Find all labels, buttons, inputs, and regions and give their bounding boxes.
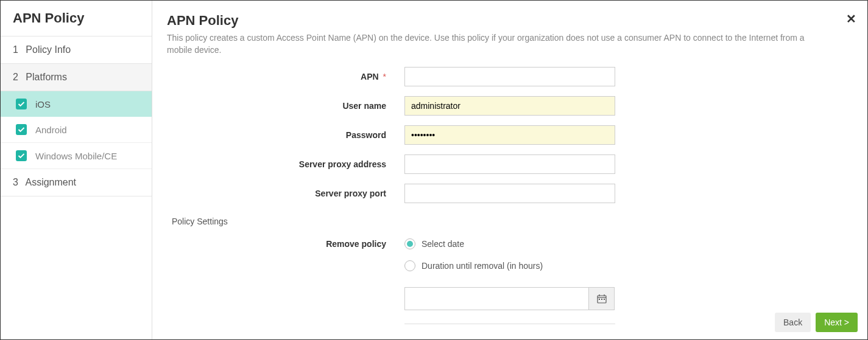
date-input[interactable] <box>404 287 589 310</box>
calendar-icon <box>597 294 607 304</box>
app-container: APN Policy 1 Policy Info 2 Platforms iOS… <box>0 0 868 340</box>
close-icon[interactable]: ✕ <box>846 12 856 26</box>
svg-rect-6 <box>604 299 605 300</box>
row-proxy-port: Server proxy port <box>167 184 853 203</box>
row-username: User name <box>167 96 853 116</box>
next-button[interactable]: Next > <box>816 313 858 332</box>
svg-rect-5 <box>601 299 602 300</box>
checkbox-checked-icon <box>16 124 27 135</box>
remove-policy-label: Remove policy <box>167 239 404 249</box>
date-input-group <box>404 287 615 310</box>
divider <box>404 324 615 324</box>
proxy-addr-label: Server proxy address <box>167 159 404 169</box>
apn-label: APN * <box>167 72 404 82</box>
checkbox-checked-icon <box>16 99 27 109</box>
footer-actions: Back Next > <box>775 313 858 332</box>
password-label: Password <box>167 130 404 140</box>
step-label: Platforms <box>26 72 67 82</box>
step-assignment[interactable]: 3 Assignment <box>1 169 152 196</box>
platform-label: Windows Mobile/CE <box>35 151 117 161</box>
label-text: APN <box>361 72 379 82</box>
row-duration: Duration until removal (in hours) <box>167 260 853 271</box>
step-num: 2 <box>13 72 18 82</box>
step-platforms[interactable]: 2 Platforms <box>1 64 152 91</box>
radio-select-date[interactable]: Select date <box>404 238 464 249</box>
row-remove-policy: Remove policy Select date <box>167 238 853 249</box>
proxy-port-label: Server proxy port <box>167 189 404 198</box>
radio-label: Select date <box>422 239 464 249</box>
checkbox-checked-icon <box>16 150 27 161</box>
policy-settings-header: Policy Settings <box>167 213 853 230</box>
svg-rect-4 <box>599 299 600 300</box>
radio-selected-icon <box>404 238 415 249</box>
platform-ios[interactable]: iOS <box>1 91 152 117</box>
proxy-addr-input[interactable] <box>404 154 615 174</box>
step-label: Policy Info <box>26 44 71 55</box>
row-proxy-addr: Server proxy address <box>167 154 853 174</box>
radio-label: Duration until removal (in hours) <box>422 261 543 271</box>
step-policy-info[interactable]: 1 Policy Info <box>1 36 152 64</box>
page-description: This policy creates a custom Access Poin… <box>167 32 806 56</box>
step-num: 1 <box>13 44 18 55</box>
required-mark: * <box>383 72 386 82</box>
back-button[interactable]: Back <box>775 313 811 332</box>
radio-unselected-icon <box>404 260 415 271</box>
step-label: Assignment <box>25 177 76 187</box>
step-num: 3 <box>13 177 18 187</box>
radio-duration[interactable]: Duration until removal (in hours) <box>404 260 543 271</box>
calendar-button[interactable] <box>589 287 615 310</box>
row-password: Password <box>167 125 853 145</box>
main-panel: ✕ APN Policy This policy creates a custo… <box>152 1 867 339</box>
username-label: User name <box>167 101 404 111</box>
page-title: APN Policy <box>167 13 853 29</box>
sidebar: APN Policy 1 Policy Info 2 Platforms iOS… <box>1 1 152 339</box>
proxy-port-input[interactable] <box>404 184 615 203</box>
row-date-picker <box>167 287 853 310</box>
apn-input[interactable] <box>404 67 615 86</box>
platform-windows[interactable]: Windows Mobile/CE <box>1 143 152 169</box>
platform-android[interactable]: Android <box>1 117 152 143</box>
sidebar-title: APN Policy <box>1 1 152 36</box>
platform-label: iOS <box>35 99 51 109</box>
username-input[interactable] <box>404 96 615 116</box>
password-input[interactable] <box>404 125 615 145</box>
row-apn: APN * <box>167 67 853 86</box>
platform-label: Android <box>35 125 67 135</box>
